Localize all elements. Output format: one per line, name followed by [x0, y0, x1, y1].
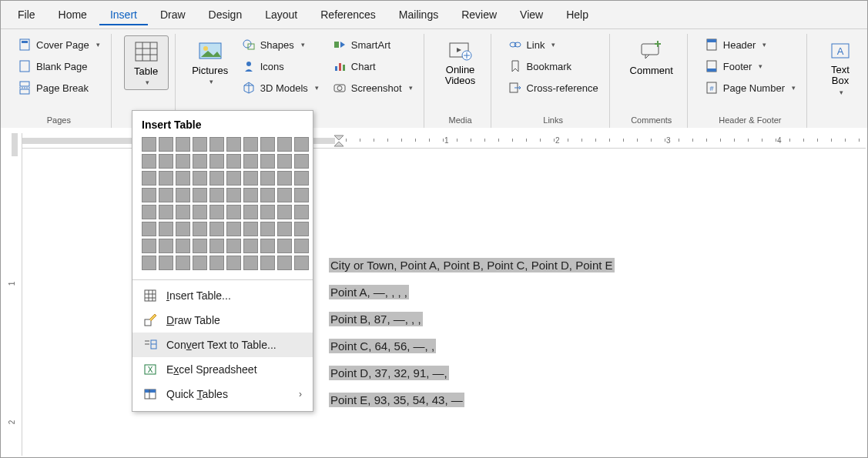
menu-insert[interactable]: Insert [99, 4, 148, 25]
menu-layout[interactable]: Layout [254, 4, 308, 25]
selected-text-line-6[interactable]: Point E, 93, 35, 54, 43, — [329, 393, 464, 407]
menu-review[interactable]: Review [451, 4, 508, 25]
cover-page-button[interactable]: Cover Page▾ [13, 35, 105, 54]
grid-cell[interactable] [193, 205, 207, 219]
smartart-button[interactable]: SmartArt [328, 35, 417, 54]
grid-cell[interactable] [226, 205, 241, 219]
grid-cell[interactable] [209, 239, 224, 253]
grid-cell[interactable] [159, 137, 173, 152]
grid-cell[interactable] [142, 137, 156, 152]
grid-cell[interactable] [159, 188, 173, 202]
grid-cell[interactable] [260, 188, 275, 202]
grid-cell[interactable] [294, 239, 309, 253]
shapes-button[interactable]: Shapes▾ [237, 35, 323, 54]
icons-button[interactable]: Icons [237, 57, 323, 75]
grid-cell[interactable] [176, 205, 190, 219]
grid-cell[interactable] [243, 137, 258, 152]
grid-cell[interactable] [277, 256, 292, 270]
menu-mailings[interactable]: Mailings [388, 4, 449, 25]
grid-cell[interactable] [209, 154, 224, 169]
grid-cell[interactable] [277, 171, 292, 186]
excel-spreadsheet-item[interactable]: X Excel Spreadsheet [132, 357, 313, 382]
cross-reference-button[interactable]: Cross-reference [504, 79, 603, 97]
menu-file[interactable]: File [7, 4, 46, 25]
grid-cell[interactable] [159, 171, 173, 186]
online-videos-button[interactable]: Online Videos [437, 35, 484, 90]
grid-cell[interactable] [193, 154, 207, 169]
menu-draw[interactable]: Draw [149, 4, 196, 25]
footer-button[interactable]: Footer▾ [700, 57, 800, 75]
grid-cell[interactable] [277, 222, 292, 236]
grid-cell[interactable] [209, 171, 224, 186]
grid-cell[interactable] [226, 222, 241, 236]
grid-cell[interactable] [209, 205, 224, 219]
grid-cell[interactable] [142, 154, 156, 169]
grid-cell[interactable] [209, 222, 224, 236]
grid-cell[interactable] [226, 154, 241, 169]
grid-cell[interactable] [176, 188, 190, 202]
grid-cell[interactable] [260, 222, 275, 236]
grid-cell[interactable] [142, 222, 156, 236]
grid-cell[interactable] [294, 137, 309, 152]
menu-references[interactable]: References [310, 4, 387, 25]
grid-cell[interactable] [159, 256, 173, 270]
text-box-button[interactable]: A Text Box▾ [819, 35, 861, 99]
grid-cell[interactable] [260, 137, 275, 152]
grid-cell[interactable] [226, 239, 241, 253]
grid-cell[interactable] [159, 154, 173, 169]
grid-cell[interactable] [176, 137, 190, 152]
indent-marker-icon[interactable] [333, 135, 344, 147]
grid-cell[interactable] [193, 171, 207, 186]
grid-cell[interactable] [277, 239, 292, 253]
grid-cell[interactable] [260, 239, 275, 253]
grid-cell[interactable] [226, 188, 241, 202]
grid-cell[interactable] [243, 239, 258, 253]
grid-cell[interactable] [277, 137, 292, 152]
grid-cell[interactable] [260, 154, 275, 169]
insert-table-item[interactable]: Insert Table... [132, 283, 313, 308]
table-button[interactable]: Table ▾ [124, 35, 169, 90]
menu-home[interactable]: Home [48, 4, 98, 25]
grid-cell[interactable] [243, 188, 258, 202]
grid-cell[interactable] [243, 256, 258, 270]
page-number-button[interactable]: # Page Number▾ [700, 79, 800, 97]
grid-cell[interactable] [193, 256, 207, 270]
menu-view[interactable]: View [509, 4, 554, 25]
grid-cell[interactable] [176, 239, 190, 253]
grid-cell[interactable] [176, 222, 190, 236]
chart-button[interactable]: Chart [328, 57, 417, 75]
comment-button[interactable]: Comment [622, 35, 681, 79]
convert-text-to-table-item[interactable]: Convert Text to Table... [132, 333, 313, 357]
grid-cell[interactable] [142, 171, 156, 186]
blank-page-button[interactable]: Blank Page [13, 57, 105, 75]
grid-cell[interactable] [159, 239, 173, 253]
grid-cell[interactable] [193, 137, 207, 152]
grid-cell[interactable] [294, 171, 309, 186]
table-grid-picker[interactable] [132, 137, 313, 276]
grid-cell[interactable] [176, 256, 190, 270]
grid-cell[interactable] [243, 222, 258, 236]
header-button[interactable]: Header▾ [700, 35, 800, 54]
grid-cell[interactable] [159, 205, 173, 219]
selected-text-line-3[interactable]: Point B, 87, —, , , [329, 312, 423, 326]
draw-table-item[interactable]: Draw Table [132, 308, 313, 333]
selected-text-line-2[interactable]: Point A, —, , , , [329, 285, 409, 299]
selected-text-line-1[interactable]: City or Town, Point A, Point B, Point C,… [329, 258, 615, 272]
grid-cell[interactable] [193, 239, 207, 253]
screenshot-button[interactable]: Screenshot▾ [328, 79, 417, 97]
grid-cell[interactable] [193, 222, 207, 236]
grid-cell[interactable] [193, 188, 207, 202]
menu-help[interactable]: Help [555, 4, 599, 25]
pictures-button[interactable]: Pictures ▾ [188, 35, 233, 89]
grid-cell[interactable] [260, 256, 275, 270]
grid-cell[interactable] [176, 171, 190, 186]
menu-design[interactable]: Design [198, 4, 253, 25]
grid-cell[interactable] [159, 222, 173, 236]
grid-cell[interactable] [176, 154, 190, 169]
grid-cell[interactable] [277, 188, 292, 202]
grid-cell[interactable] [260, 205, 275, 219]
link-button[interactable]: Link▾ [504, 35, 603, 54]
quick-tables-item[interactable]: Quick Tables › [132, 382, 313, 406]
grid-cell[interactable] [294, 154, 309, 169]
grid-cell[interactable] [142, 205, 156, 219]
